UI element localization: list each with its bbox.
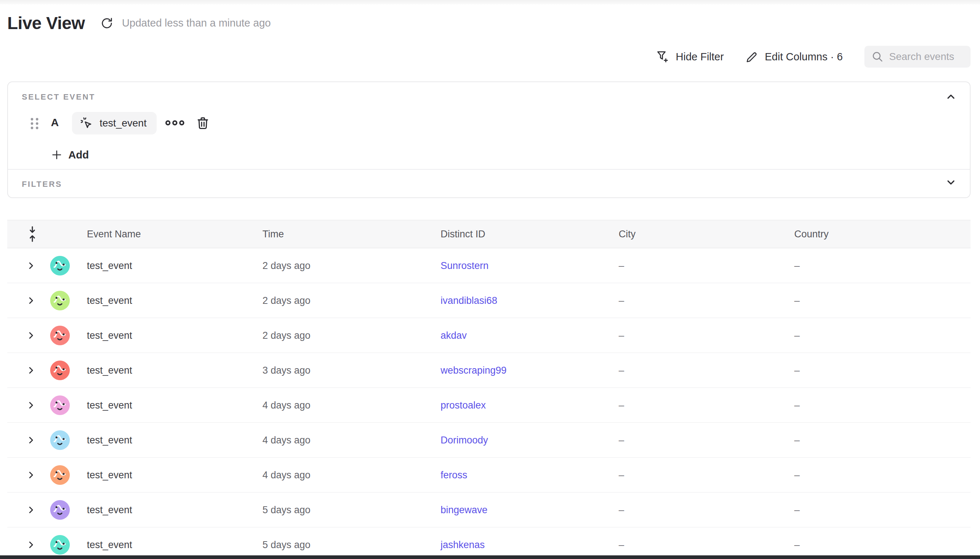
country-cell: – [794, 470, 970, 481]
chevron-up-icon [945, 91, 957, 103]
time-cell: 2 days ago [263, 295, 441, 306]
trash-icon [195, 115, 211, 132]
time-cell: 2 days ago [263, 260, 441, 271]
expand-row-button[interactable] [26, 470, 36, 481]
table-row[interactable]: test_event 5 days ago bingewave – – [7, 493, 970, 528]
table-row[interactable]: test_event 2 days ago Sunrostern – – [7, 248, 970, 283]
chevron-right-icon [26, 295, 36, 306]
expand-row-button[interactable] [26, 295, 36, 306]
search-input[interactable] [889, 51, 962, 63]
user-avatar-icon [50, 500, 70, 520]
bottom-edge-bar [0, 556, 980, 559]
column-header-time[interactable]: Time [263, 228, 441, 240]
country-cell: – [794, 295, 970, 306]
toolbar: Hide Filter Edit Columns · 6 [0, 45, 980, 68]
row-controls [7, 388, 87, 423]
distinct-id-cell: ivandiblasi68 [441, 295, 619, 306]
expand-row-button[interactable] [26, 504, 36, 515]
table-row[interactable]: test_event 2 days ago ivandiblasi68 – – [7, 283, 970, 318]
expand-row-button[interactable] [26, 435, 36, 446]
chevron-right-icon [26, 504, 36, 515]
drag-handle[interactable] [28, 116, 41, 131]
collapse-rows-icon [26, 225, 38, 243]
city-cell: – [619, 260, 794, 271]
distinct-id-link[interactable]: jashkenas [441, 539, 485, 550]
table-row[interactable]: test_event 4 days ago Dorimoody – – [7, 423, 970, 458]
table-row[interactable]: test_event 4 days ago prostoalex – – [7, 388, 970, 423]
distinct-id-cell: Sunrostern [441, 260, 619, 271]
user-avatar-icon [50, 465, 70, 485]
table-row[interactable]: test_event 2 days ago akdav – – [7, 318, 970, 353]
table-header-row: Event Name Time Distinct ID City Country [7, 220, 970, 248]
user-avatar-icon [50, 256, 70, 276]
table-row[interactable]: test_event 5 days ago jashkenas – – [7, 528, 970, 559]
series-letter: A [51, 116, 59, 129]
row-controls [7, 493, 87, 528]
expand-row-button[interactable] [26, 365, 36, 376]
selected-event-label: test_event [99, 117, 147, 129]
distinct-id-cell: feross [441, 470, 619, 481]
event-name-cell: test_event [87, 400, 263, 411]
distinct-id-link[interactable]: prostoalex [441, 400, 486, 411]
time-cell: 5 days ago [263, 504, 441, 516]
table-body: test_event 2 days ago Sunrostern – – [7, 248, 970, 559]
add-label: Add [68, 149, 89, 161]
distinct-id-cell: Dorimoody [441, 435, 619, 446]
column-header-city[interactable]: City [619, 228, 794, 240]
expand-row-button[interactable] [26, 260, 36, 271]
column-header-distinct-id[interactable]: Distinct ID [441, 228, 619, 240]
event-selector-button[interactable]: test_event [72, 112, 157, 134]
expand-row-button[interactable] [26, 400, 36, 411]
country-cell: – [794, 504, 970, 516]
city-cell: – [619, 400, 794, 411]
event-name-cell: test_event [87, 539, 263, 551]
distinct-id-link[interactable]: akdav [441, 330, 467, 341]
distinct-id-link[interactable]: feross [441, 470, 468, 481]
distinct-id-link[interactable]: Dorimoody [441, 435, 488, 446]
expand-row-button[interactable] [26, 539, 36, 550]
cursor-click-icon [79, 116, 94, 131]
search-box[interactable] [864, 46, 970, 68]
distinct-id-cell: jashkenas [441, 539, 619, 551]
table-row[interactable]: test_event 3 days ago webscraping99 – – [7, 353, 970, 388]
distinct-id-link[interactable]: ivandiblasi68 [441, 295, 497, 306]
user-avatar-icon [50, 430, 70, 450]
pencil-icon [745, 50, 759, 64]
expand-filters-button[interactable] [945, 177, 957, 188]
row-controls [7, 353, 87, 388]
hide-filter-button[interactable]: Hide Filter [655, 45, 724, 68]
row-controls [7, 423, 87, 458]
plus-icon [51, 149, 63, 160]
country-cell: – [794, 260, 970, 271]
collapse-section-button[interactable] [945, 91, 957, 103]
select-event-section-label: SELECT EVENT [22, 92, 95, 102]
event-query-row: A test_event [8, 112, 970, 134]
search-icon [871, 50, 884, 63]
chevron-right-icon [26, 400, 36, 411]
column-header-country[interactable]: Country [794, 228, 970, 240]
hide-filter-label: Hide Filter [676, 51, 724, 63]
row-controls [7, 283, 87, 318]
add-event-button[interactable]: Add [51, 147, 89, 163]
refresh-button[interactable] [100, 16, 114, 31]
event-name-cell: test_event [87, 330, 263, 341]
page-header: Live View Updated less than a minute ago [7, 13, 271, 33]
table-row[interactable]: test_event 4 days ago feross – – [7, 458, 970, 493]
country-cell: – [794, 365, 970, 376]
user-avatar-icon [50, 361, 70, 380]
distinct-id-link[interactable]: Sunrostern [441, 260, 489, 271]
collapse-all-button[interactable] [7, 225, 87, 243]
distinct-id-link[interactable]: bingewave [441, 504, 488, 515]
time-cell: 2 days ago [263, 330, 441, 341]
delete-event-button[interactable] [195, 115, 211, 132]
row-controls [7, 458, 87, 493]
column-header-event-name[interactable]: Event Name [87, 228, 263, 240]
edit-columns-button[interactable]: Edit Columns · 6 [745, 45, 843, 68]
expand-row-button[interactable] [26, 330, 36, 341]
distinct-id-cell: prostoalex [441, 400, 619, 411]
distinct-id-link[interactable]: webscraping99 [441, 365, 507, 376]
event-options-button[interactable] [165, 118, 185, 127]
filter-funnel-icon [655, 50, 670, 64]
card-divider [8, 169, 970, 170]
country-cell: – [794, 539, 970, 551]
